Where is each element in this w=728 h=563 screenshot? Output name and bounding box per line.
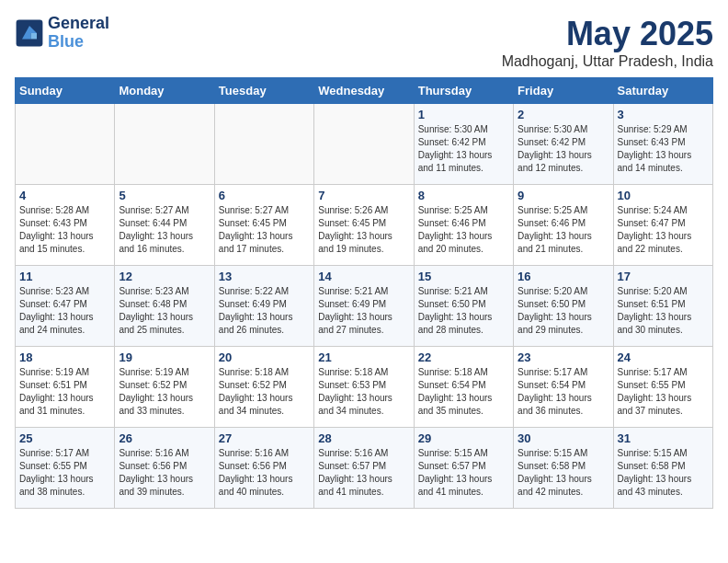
day-number: 17	[618, 270, 709, 283]
day-info: Sunrise: 5:25 AM Sunset: 6:46 PM Dayligh…	[418, 204, 509, 256]
day-cell: 25Sunrise: 5:17 AM Sunset: 6:55 PM Dayli…	[16, 428, 115, 509]
day-cell: 20Sunrise: 5:18 AM Sunset: 6:52 PM Dayli…	[214, 347, 313, 428]
day-info: Sunrise: 5:23 AM Sunset: 6:47 PM Dayligh…	[19, 285, 110, 337]
day-info: Sunrise: 5:30 AM Sunset: 6:42 PM Dayligh…	[518, 123, 609, 175]
day-number: 29	[418, 431, 509, 445]
day-cell: 1Sunrise: 5:30 AM Sunset: 6:42 PM Daylig…	[414, 104, 513, 185]
day-info: Sunrise: 5:22 AM Sunset: 6:49 PM Dayligh…	[219, 285, 310, 337]
day-number: 3	[618, 108, 709, 121]
day-cell: 10Sunrise: 5:24 AM Sunset: 6:47 PM Dayli…	[613, 185, 712, 266]
day-number: 25	[19, 431, 110, 445]
day-info: Sunrise: 5:18 AM Sunset: 6:52 PM Dayligh…	[219, 366, 310, 418]
day-cell: 22Sunrise: 5:18 AM Sunset: 6:54 PM Dayli…	[414, 347, 513, 428]
day-info: Sunrise: 5:19 AM Sunset: 6:52 PM Dayligh…	[119, 366, 210, 418]
day-info: Sunrise: 5:15 AM Sunset: 6:58 PM Dayligh…	[518, 447, 609, 499]
day-cell: 26Sunrise: 5:16 AM Sunset: 6:56 PM Dayli…	[115, 428, 214, 509]
day-info: Sunrise: 5:26 AM Sunset: 6:45 PM Dayligh…	[318, 204, 409, 256]
day-cell: 23Sunrise: 5:17 AM Sunset: 6:54 PM Dayli…	[514, 347, 613, 428]
logo-icon	[15, 18, 44, 48]
weekday-header-row: SundayMondayTuesdayWednesdayThursdayFrid…	[16, 78, 713, 104]
week-row-3: 11Sunrise: 5:23 AM Sunset: 6:47 PM Dayli…	[16, 266, 713, 347]
day-number: 11	[19, 270, 110, 283]
day-cell	[115, 104, 214, 185]
day-cell: 29Sunrise: 5:15 AM Sunset: 6:57 PM Dayli…	[414, 428, 513, 509]
day-cell: 18Sunrise: 5:19 AM Sunset: 6:51 PM Dayli…	[16, 347, 115, 428]
day-number: 6	[219, 189, 310, 202]
day-cell: 5Sunrise: 5:27 AM Sunset: 6:44 PM Daylig…	[115, 185, 214, 266]
day-info: Sunrise: 5:16 AM Sunset: 6:56 PM Dayligh…	[219, 447, 310, 499]
week-row-4: 18Sunrise: 5:19 AM Sunset: 6:51 PM Dayli…	[16, 347, 713, 428]
day-cell: 3Sunrise: 5:29 AM Sunset: 6:43 PM Daylig…	[613, 104, 712, 185]
day-cell: 17Sunrise: 5:20 AM Sunset: 6:51 PM Dayli…	[613, 266, 712, 347]
day-cell: 13Sunrise: 5:22 AM Sunset: 6:49 PM Dayli…	[214, 266, 313, 347]
day-cell: 9Sunrise: 5:25 AM Sunset: 6:46 PM Daylig…	[514, 185, 613, 266]
day-number: 22	[418, 350, 509, 364]
day-info: Sunrise: 5:17 AM Sunset: 6:55 PM Dayligh…	[19, 447, 110, 499]
day-info: Sunrise: 5:25 AM Sunset: 6:46 PM Dayligh…	[518, 204, 609, 256]
day-number: 23	[518, 350, 609, 364]
title-block: May 2025 Madhoganj, Uttar Pradesh, India	[502, 15, 713, 70]
day-number: 4	[19, 189, 110, 202]
day-info: Sunrise: 5:17 AM Sunset: 6:55 PM Dayligh…	[618, 366, 709, 418]
day-cell: 6Sunrise: 5:27 AM Sunset: 6:45 PM Daylig…	[214, 185, 313, 266]
day-cell: 24Sunrise: 5:17 AM Sunset: 6:55 PM Dayli…	[613, 347, 712, 428]
day-cell: 16Sunrise: 5:20 AM Sunset: 6:50 PM Dayli…	[514, 266, 613, 347]
day-info: Sunrise: 5:30 AM Sunset: 6:42 PM Dayligh…	[418, 123, 509, 175]
day-number: 24	[618, 350, 709, 364]
day-info: Sunrise: 5:15 AM Sunset: 6:58 PM Dayligh…	[618, 447, 709, 499]
day-cell: 11Sunrise: 5:23 AM Sunset: 6:47 PM Dayli…	[16, 266, 115, 347]
day-info: Sunrise: 5:20 AM Sunset: 6:50 PM Dayligh…	[518, 285, 609, 337]
day-number: 18	[19, 350, 110, 364]
day-number: 1	[418, 108, 509, 121]
logo-text: General Blue	[48, 15, 109, 52]
day-cell: 30Sunrise: 5:15 AM Sunset: 6:58 PM Dayli…	[514, 428, 613, 509]
calendar-subtitle: Madhoganj, Uttar Pradesh, India	[502, 53, 713, 70]
logo-line1: General	[48, 15, 109, 33]
day-number: 27	[219, 431, 310, 445]
day-number: 30	[518, 431, 609, 445]
day-cell: 31Sunrise: 5:15 AM Sunset: 6:58 PM Dayli…	[613, 428, 712, 509]
calendar-title: May 2025	[502, 15, 713, 53]
calendar-body: 1Sunrise: 5:30 AM Sunset: 6:42 PM Daylig…	[16, 104, 713, 509]
day-number: 26	[119, 431, 210, 445]
day-info: Sunrise: 5:27 AM Sunset: 6:45 PM Dayligh…	[219, 204, 310, 256]
week-row-5: 25Sunrise: 5:17 AM Sunset: 6:55 PM Dayli…	[16, 428, 713, 509]
day-number: 12	[119, 270, 210, 283]
day-number: 20	[219, 350, 310, 364]
day-number: 31	[618, 431, 709, 445]
day-info: Sunrise: 5:28 AM Sunset: 6:43 PM Dayligh…	[19, 204, 110, 256]
weekday-wednesday: Wednesday	[314, 78, 414, 104]
day-number: 10	[618, 189, 709, 202]
day-cell: 28Sunrise: 5:16 AM Sunset: 6:57 PM Dayli…	[314, 428, 414, 509]
day-cell: 12Sunrise: 5:23 AM Sunset: 6:48 PM Dayli…	[115, 266, 214, 347]
day-number: 19	[119, 350, 210, 364]
day-cell	[214, 104, 313, 185]
day-number: 16	[518, 270, 609, 283]
day-cell	[314, 104, 414, 185]
day-info: Sunrise: 5:29 AM Sunset: 6:43 PM Dayligh…	[618, 123, 709, 175]
day-cell: 19Sunrise: 5:19 AM Sunset: 6:52 PM Dayli…	[115, 347, 214, 428]
day-cell: 14Sunrise: 5:21 AM Sunset: 6:49 PM Dayli…	[314, 266, 414, 347]
day-info: Sunrise: 5:15 AM Sunset: 6:57 PM Dayligh…	[418, 447, 509, 499]
day-cell: 21Sunrise: 5:18 AM Sunset: 6:53 PM Dayli…	[314, 347, 414, 428]
day-info: Sunrise: 5:20 AM Sunset: 6:51 PM Dayligh…	[618, 285, 709, 337]
day-info: Sunrise: 5:16 AM Sunset: 6:57 PM Dayligh…	[318, 447, 409, 499]
page-header: General Blue May 2025 Madhoganj, Uttar P…	[15, 15, 713, 70]
day-number: 13	[219, 270, 310, 283]
day-info: Sunrise: 5:18 AM Sunset: 6:53 PM Dayligh…	[318, 366, 409, 418]
weekday-thursday: Thursday	[414, 78, 513, 104]
day-info: Sunrise: 5:27 AM Sunset: 6:44 PM Dayligh…	[119, 204, 210, 256]
weekday-tuesday: Tuesday	[214, 78, 313, 104]
weekday-saturday: Saturday	[613, 78, 712, 104]
day-number: 15	[418, 270, 509, 283]
day-number: 7	[318, 189, 409, 202]
day-info: Sunrise: 5:23 AM Sunset: 6:48 PM Dayligh…	[119, 285, 210, 337]
weekday-friday: Friday	[514, 78, 613, 104]
day-cell: 4Sunrise: 5:28 AM Sunset: 6:43 PM Daylig…	[16, 185, 115, 266]
day-cell: 15Sunrise: 5:21 AM Sunset: 6:50 PM Dayli…	[414, 266, 513, 347]
day-info: Sunrise: 5:17 AM Sunset: 6:54 PM Dayligh…	[518, 366, 609, 418]
day-info: Sunrise: 5:21 AM Sunset: 6:49 PM Dayligh…	[318, 285, 409, 337]
day-number: 8	[418, 189, 509, 202]
day-number: 28	[318, 431, 409, 445]
day-cell	[16, 104, 115, 185]
